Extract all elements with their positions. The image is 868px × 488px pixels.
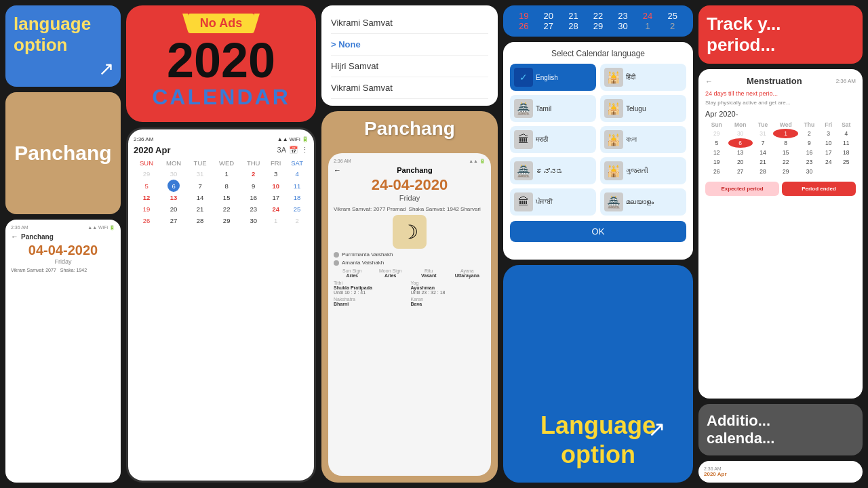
monument-tamil: 🏯 [517,102,530,115]
date-cell: 25 [837,157,856,167]
back-arrow[interactable]: ← [705,77,713,85]
moon-sign-label: Moon SignAries [372,268,410,278]
date-cell: 9 [241,180,266,192]
date-cell: 7 [188,180,212,192]
date-cell: 21 [753,157,774,167]
lang-item-punjabi[interactable]: 🏛 ਪੰਜਾਬੀ [510,188,596,216]
lang-item-marathi[interactable]: 🏛 मराठी [510,126,596,153]
table-row: 29 30 31 1 2 3 4 [705,129,856,138]
strip-date: 26 [514,21,533,31]
date-cell: 16 [798,148,821,157]
date-cell: 31 [188,168,212,180]
panchang-info: Vikram Samvat: 2077 Pramad Shaka Samvat:… [334,206,486,212]
date-cell: 8 [212,180,241,192]
lang-label-telugu: Telugu [626,105,646,113]
lang-label-hindi: हिंदी [626,73,635,81]
language-option-text: languageoption [5,5,121,64]
language-option-bg: Languageoption ↗ [503,265,693,483]
samvat-option-vikrami-bottom[interactable]: Vikrami Samvat [331,77,488,99]
panchang-time: 2:36 AM [334,159,351,164]
lang-item-bengali[interactable]: 🕌 বাংলা [600,126,686,153]
date-cell-today: 1 [773,129,798,138]
samvat-option-vikrami-top[interactable]: Vikrami Samvat [331,12,488,34]
lang-item-malayalam[interactable]: 🏯 മലയാളം [600,188,686,216]
col-4: 19 20 21 22 23 24 25 26 27 28 29 30 1 2 … [503,5,693,483]
lang-item-tamil[interactable]: 🏯 Tamil [510,95,596,122]
telugu-icon: 🕌 [604,99,623,118]
lang-item-gujarati[interactable]: 🕌 ગુજરાતી [600,157,686,184]
expected-period-btn[interactable]: Expected period [705,182,779,196]
lang-item-english[interactable]: ✓ English [510,64,596,91]
month-year-label: 2020 Apr [134,145,170,155]
date-cell: 26 [134,215,159,226]
date-cell: 14 [188,192,212,203]
panchang-events: Purnimanta Vaishakh Amanta Vaishakh [334,251,486,266]
date-cell: 3 [821,129,837,138]
panchang-mini-card: 2:36 AM ▲▲ WiFi 🔋 ← Panchang 04-04-2020 … [5,220,121,483]
col-5: Track y...period... ← Menstruation 2:36 … [698,5,863,483]
menstruation-card: ← Menstruation 2:36 AM 24 days till the … [698,69,863,399]
ok-button[interactable]: OK [510,221,686,242]
panchang-back-icon[interactable]: ← [334,166,341,174]
lang-label-bengali: বাংলা [626,136,637,144]
calendar-action-icons[interactable]: 3A 📅 ⋮ [277,146,309,155]
calendar-icon[interactable]: 📅 [289,146,298,155]
cursor-icon: ↗ [98,58,114,80]
panchang-signal: ▲▲ 🔋 [469,159,486,164]
event-row-2: Amanta Vaishakh [334,260,486,266]
back-icon[interactable]: ← [11,232,18,241]
lang-item-telugu[interactable]: 🕌 Telugu [600,95,686,122]
samvat-option-hijri[interactable]: Hijri Samvat [331,56,488,77]
strip-date: 21 [564,11,583,21]
period-ended-btn[interactable]: Period ended [782,182,856,196]
mini-shaka: Shaka: 1942 [60,268,87,272]
table-row: 19 20 21 22 23 24 25 [134,203,309,215]
date-cell: 24 [821,157,837,167]
date-cell: 23 [798,157,821,167]
menstruation-title: Menstruation [747,76,802,86]
day-thu: THU [241,158,266,168]
col-3: Vikrami Samvat None Hijri Samvat Vikrami… [321,5,498,483]
date-cell: 10 [266,180,285,192]
more-icon[interactable]: ⋮ [301,146,309,155]
karan-block: Karan Bava [411,297,486,306]
cal-day-tue: Tue [753,121,774,129]
lang-label-kannada: ಕನ್ನಡ [536,167,563,175]
lang-item-hindi[interactable]: 🕌 हिंदी [600,64,686,91]
table-row: 5 6 7 8 9 10 11 [134,180,309,192]
lang-label-malayalam: മലയാളം [626,198,654,206]
lang-label-punjabi: ਪੰਜਾਬੀ [536,198,553,206]
mini-time-2: 2:36 AM [704,466,857,471]
strip-date: 30 [614,21,633,31]
day-sun: SUN [134,158,159,168]
calendar-year: 2020 [167,36,275,85]
strip-date: 22 [589,11,608,21]
date-cell: 9 [798,138,821,148]
language-grid[interactable]: ✓ English 🕌 हिंदी 🏯 Tamil � [510,64,686,216]
date-cell-today: 6 [159,180,188,192]
day-fri: FRI [266,158,285,168]
mini-date: 04-04-2020 [11,243,115,258]
days-till-text: 24 days till the next perio... [705,90,856,97]
panchang-mini-title: Panchang [21,233,54,241]
monument-punjabi: 🏛 [518,196,529,208]
strip-date: 20 [539,11,558,21]
track-period-card: Track y...period... [698,5,863,64]
panchang-day: Friday [334,194,486,202]
malayalam-icon: 🏯 [604,192,623,211]
cal-day-fri: Fri [821,121,837,129]
date-cell: 10 [821,138,837,148]
date-cell: 20 [728,157,753,167]
cal-day-sun: Sun [705,121,728,129]
stay-active-text: Stay physically active and get are... [705,100,856,106]
event-dot-2 [334,260,339,266]
date-cell: 4 [837,129,856,138]
lang-item-kannada[interactable]: 🏯 ಕನ್ನಡ [510,157,596,184]
lang-label-english: English [536,74,558,81]
strip-date: 2 [663,21,682,31]
date-cell: 18 [285,192,309,203]
strip-row-2: 26 27 28 29 30 1 2 [511,21,685,31]
samvat-option-none[interactable]: None [331,34,488,56]
samvat-dropdown-card: Vikrami Samvat None Hijri Samvat Vikrami… [321,5,498,106]
date-cell: 12 [705,148,728,157]
